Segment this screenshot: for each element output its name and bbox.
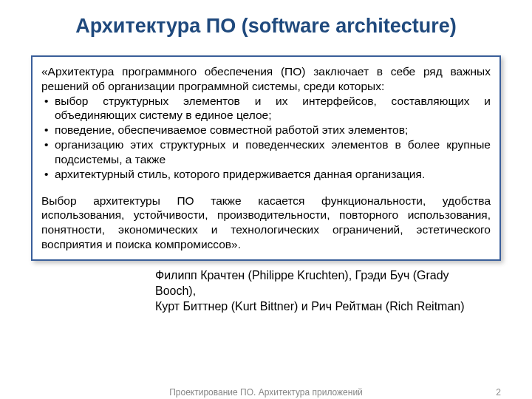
attribution-line: Филипп Крачтен (Philippe Kruchten), Грэд…: [155, 268, 488, 299]
quote-bullet: архитектурный стиль, которого придержива…: [41, 167, 491, 182]
quote-closing: Выбор архитектуры ПО также касается функ…: [41, 194, 491, 252]
quote-bullet: поведение, обеспечиваемое совместной раб…: [41, 123, 491, 137]
quote-bullet: выбор структурных элементов и их интерфе…: [41, 94, 491, 123]
quote-intro: «Архитектура программного обеспечения (П…: [41, 64, 491, 94]
footer-text: Проектирование ПО. Архитектура приложени…: [0, 387, 532, 398]
slide-title: Архитектура ПО (software architecture): [0, 0, 532, 48]
quote-bullet-list: выбор структурных элементов и их интерфе…: [41, 94, 491, 182]
page-number: 2: [496, 387, 501, 398]
quote-box: «Архитектура программного обеспечения (П…: [31, 55, 501, 261]
attribution-line: Курт Биттнер (Kurt Bittner) и Рич Рейтма…: [155, 299, 488, 315]
quote-bullet: организацию этих структурных и поведенче…: [41, 137, 491, 167]
attribution: Филипп Крачтен (Philippe Kruchten), Грэд…: [155, 268, 488, 314]
